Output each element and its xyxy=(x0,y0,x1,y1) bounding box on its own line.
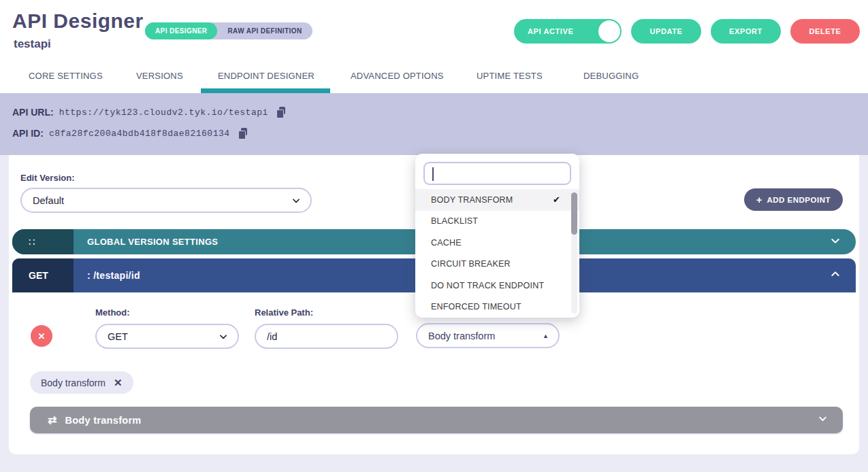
drag-handle-segment[interactable]: ∷ xyxy=(12,229,74,254)
copy-icon[interactable] xyxy=(276,107,286,118)
selected-plugin-chip: Body transform ✕ xyxy=(30,371,133,394)
plugin-search-wrap xyxy=(423,162,571,185)
delete-button[interactable]: DELETE xyxy=(790,19,860,44)
chevron-down-icon xyxy=(219,332,228,341)
transfer-arrows-icon: ⇄ xyxy=(48,415,57,426)
add-endpoint-button[interactable]: + ADD ENDPOINT xyxy=(744,188,843,211)
plugins-multiselect[interactable]: Body transform ▲ xyxy=(416,323,560,348)
method-label: Method: xyxy=(95,307,239,318)
copy-icon[interactable] xyxy=(238,128,248,139)
edit-version-label: Edit Version: xyxy=(20,173,74,183)
text-caret xyxy=(432,167,434,181)
plugin-bar-title: Body transform xyxy=(65,415,141,426)
chip-label: Body transform xyxy=(41,377,106,388)
dropdown-scrollbar-track[interactable] xyxy=(571,192,577,314)
body-transform-section-bar[interactable]: ⇄ Body transform xyxy=(30,407,843,433)
plugins-dropdown-panel: BODY TRANSFORM✔ BLACKLIST CACHE CIRCUIT … xyxy=(415,154,579,318)
export-button[interactable]: EXPORT xyxy=(711,19,781,44)
check-icon: ✔ xyxy=(553,195,560,205)
plugin-option-do-not-track[interactable]: DO NOT TRACK ENDPOINT xyxy=(415,275,579,297)
tab-core-settings[interactable]: CORE SETTINGS xyxy=(29,71,103,81)
plugin-option-circuit-breaker[interactable]: CIRCUIT BREAKER xyxy=(415,254,579,275)
api-name-subtitle: testapi xyxy=(14,37,51,51)
remove-endpoint-button[interactable]: ✕ xyxy=(31,325,52,347)
method-select-value: GET xyxy=(108,331,219,342)
version-select-value: Default xyxy=(33,195,291,206)
relative-path-input-wrap xyxy=(255,324,398,349)
tab-versions[interactable]: VERSIONS xyxy=(136,71,183,81)
relative-path-field-group: Relative Path: xyxy=(255,307,398,349)
plugin-option-blacklist[interactable]: BLACKLIST xyxy=(415,211,579,233)
view-mode-toggle: API DESIGNER RAW API DEFINITION xyxy=(145,22,312,39)
chevron-down-icon xyxy=(291,196,301,205)
toggle-api-designer[interactable]: API DESIGNER xyxy=(145,22,217,39)
chevron-up-icon[interactable] xyxy=(830,269,841,282)
update-button[interactable]: UPDATE xyxy=(631,19,701,44)
endpoint-path-title: : /testapi/id xyxy=(87,270,140,281)
method-field-group: Method: GET xyxy=(95,307,239,349)
close-icon: ✕ xyxy=(38,331,46,341)
global-bar-title: GLOBAL VERSION SETTINGS xyxy=(87,237,218,247)
api-id-label: API ID: xyxy=(12,128,44,139)
tab-uptime-tests[interactable]: UPTIME TESTS xyxy=(477,71,543,81)
api-info-band: API URL: https://tyk123.cloudv2.tyk.io/t… xyxy=(0,93,868,155)
tab-advanced-options[interactable]: ADVANCED OPTIONS xyxy=(351,71,444,81)
plugin-options-list: BODY TRANSFORM✔ BLACKLIST CACHE CIRCUIT … xyxy=(415,189,579,318)
app-title: API Designer xyxy=(12,10,144,33)
main-nav: CORE SETTINGS VERSIONS ENDPOINT DESIGNER… xyxy=(0,63,868,93)
relative-path-input[interactable] xyxy=(267,331,386,342)
plugin-option-body-transform[interactable]: BODY TRANSFORM✔ xyxy=(415,189,579,211)
version-select[interactable]: Default xyxy=(20,188,312,213)
api-url-value: https://tyk123.cloudv2.tyk.io/testapi xyxy=(59,107,268,118)
api-active-toggle[interactable]: API ACTIVE xyxy=(514,19,622,44)
dropdown-scrollbar-thumb[interactable] xyxy=(571,192,577,235)
relative-path-label: Relative Path: xyxy=(255,307,398,318)
toggle-raw-api-definition[interactable]: RAW API DEFINITION xyxy=(217,22,312,39)
plugin-option-cache[interactable]: CACHE xyxy=(415,232,579,254)
tab-debugging[interactable]: DEBUGGING xyxy=(583,71,639,81)
add-endpoint-label: ADD ENDPOINT xyxy=(767,196,831,204)
header-actions: API ACTIVE UPDATE EXPORT DELETE xyxy=(514,19,860,44)
method-badge: GET xyxy=(12,258,74,292)
plugins-select-value: Body transform xyxy=(428,331,543,341)
chevron-down-icon[interactable] xyxy=(830,235,841,249)
active-tab-underline xyxy=(201,88,330,93)
drag-handle-icon: ∷ xyxy=(29,236,37,248)
chevron-down-icon[interactable] xyxy=(818,414,828,426)
toggle-knob[interactable] xyxy=(598,20,620,42)
tab-endpoint-designer[interactable]: ENDPOINT DESIGNER xyxy=(218,71,315,81)
plugin-search-input[interactable] xyxy=(425,163,570,184)
api-active-label: API ACTIVE xyxy=(528,27,573,35)
chip-close-icon[interactable]: ✕ xyxy=(114,377,123,389)
plugin-option-enforced-timeout[interactable]: ENFORCED TIMEOUT xyxy=(415,297,579,318)
arrow-up-icon: ▲ xyxy=(543,333,549,339)
method-select[interactable]: GET xyxy=(95,324,239,349)
plugins-field-group: Body transform ▲ xyxy=(416,323,560,348)
api-url-label: API URL: xyxy=(12,107,54,118)
api-id-value: c8fa28fc200a4bdb418f8dae82160134 xyxy=(49,129,230,139)
plus-icon: + xyxy=(756,195,762,205)
